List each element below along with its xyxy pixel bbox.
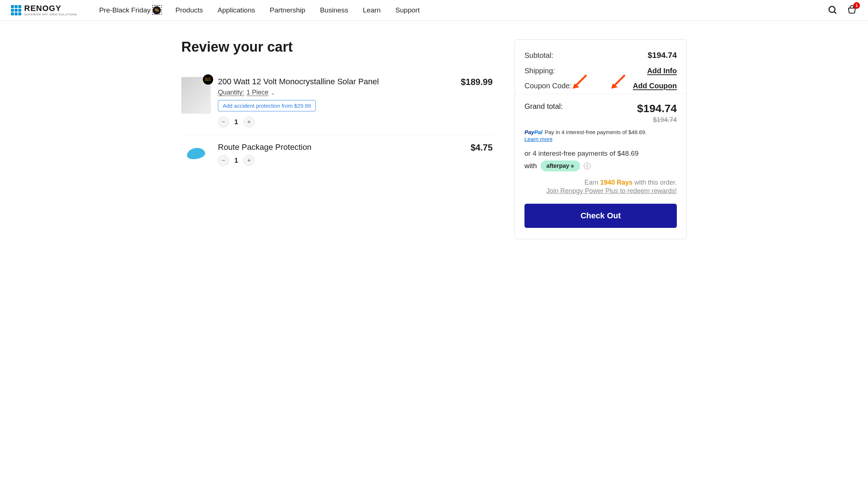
product-title[interactable]: 200 Watt 12 Volt Monocrystalline Solar P… [218,77,449,86]
paypal-logo-icon: PayPal [524,129,542,135]
add-protection-button[interactable]: Add accident protection from $29.99 [218,100,316,111]
route-image [181,143,211,164]
page-title: Review your cart [181,39,493,55]
cart-count-badge: 1 [853,2,860,9]
product-image[interactable]: BLACKFRIDAY [181,77,211,114]
black-friday-badge-icon: BLACKFRIDAY [203,74,213,85]
product-title[interactable]: Route Package Protection [218,143,449,152]
nav-partnership[interactable]: Partnership [270,6,305,14]
site-logo[interactable]: RENOGY SUPERIOR OFF-GRID SOLUTIONS [11,4,77,16]
afterpay-text: or 4 interest-free payments of $48.69 [524,149,677,158]
item-price: $189.99 [456,77,493,127]
add-shipping-info-link[interactable]: Add Info [647,67,677,75]
rays-earn-line: Earn 1940 Rays with this order. [524,179,677,186]
nav-learn[interactable]: Learn [363,6,381,14]
nav-label: Pre-Black Friday [99,6,151,14]
shipping-label: Shipping: [524,67,555,75]
cart-item: Route Package Protection − 1 + $4.75 [181,135,493,173]
coupon-label: Coupon Code: [524,82,572,90]
nav-products[interactable]: Products [175,6,203,14]
percent-badge-icon: % [153,6,161,14]
main-nav: Pre-Black Friday % Products Applications… [99,6,828,14]
afterpay-with-label: with [524,162,537,170]
subtotal-label: Subtotal: [524,51,553,60]
increment-button[interactable]: + [244,155,255,166]
route-logo-icon [186,147,206,160]
grand-total-value: $194.74 [637,102,677,115]
quantity-option[interactable]: 1 Piece [246,89,268,96]
checkout-button[interactable]: Check Out [524,204,677,228]
divider [515,94,686,94]
cart-item: BLACKFRIDAY 200 Watt 12 Volt Monocrystal… [181,70,493,135]
order-summary: Subtotal: $194.74 Shipping: Add Info Cou… [515,39,687,239]
nav-business[interactable]: Business [320,6,348,14]
svg-point-0 [829,7,835,12]
paypal-text: Pay in 4 interest-free payments of $48.6… [545,129,647,135]
add-coupon-link[interactable]: Add Coupon [633,82,677,90]
decrement-button[interactable]: − [218,117,229,127]
nav-applications[interactable]: Applications [218,6,255,14]
logo-grid-icon [11,5,21,15]
cart-icon[interactable]: 1 [847,5,857,15]
quantity-label[interactable]: Quantity: [218,89,244,96]
quantity-value: 1 [234,157,238,164]
decrement-button[interactable]: − [218,155,229,166]
increment-button[interactable]: + [244,117,255,127]
afterpay-logo-pill[interactable]: afterpay⟐ [541,160,580,171]
afterpay-info-icon[interactable]: i [584,163,590,169]
search-icon[interactable] [828,5,838,15]
quantity-value: 1 [234,118,238,126]
logo-text-main: RENOGY [24,4,77,12]
subtotal-value: $194.74 [648,51,677,60]
nav-pre-black-friday[interactable]: Pre-Black Friday % [99,6,161,14]
original-price-strikethrough: $194.74 [524,116,677,124]
site-header: RENOGY SUPERIOR OFF-GRID SOLUTIONS Pre-B… [0,0,868,21]
power-plus-link[interactable]: Join Renogy Power Plus to redeem rewards… [546,187,677,195]
item-price: $4.75 [456,143,493,166]
paypal-learn-more-link[interactable]: Learn more [524,136,553,142]
logo-text-sub: SUPERIOR OFF-GRID SOLUTIONS [24,13,77,16]
chevron-down-icon[interactable]: ⌄ [271,90,275,96]
grand-total-label: Grand total: [524,102,563,111]
nav-support[interactable]: Support [395,6,420,14]
svg-line-1 [834,12,837,14]
